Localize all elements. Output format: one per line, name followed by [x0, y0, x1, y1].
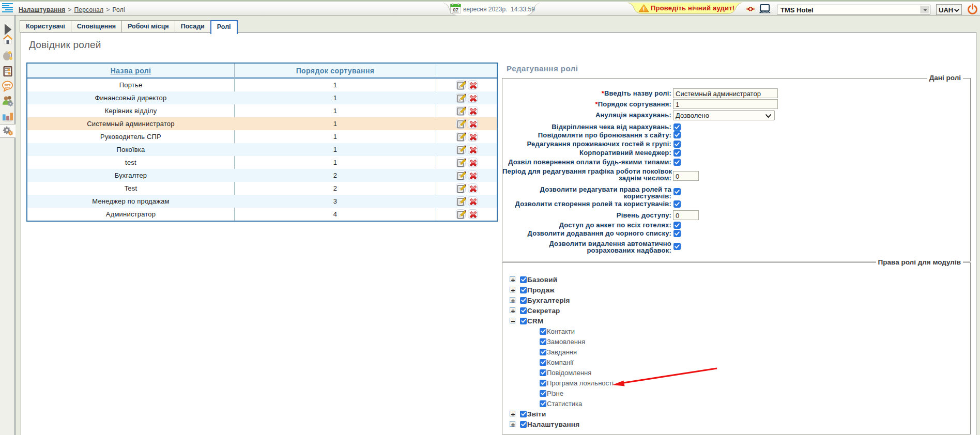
svg-text:07: 07 — [453, 7, 458, 12]
svg-text:!: ! — [643, 6, 645, 12]
